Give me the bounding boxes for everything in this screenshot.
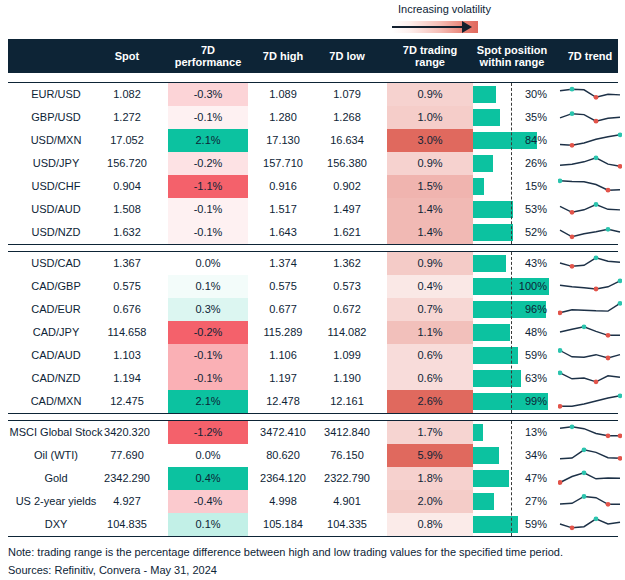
instrument-label: EUR/USD — [8, 83, 104, 106]
table-row: CAD/EUR 0.676 0.3% 0.677 0.672 0.7% 96% — [8, 298, 618, 321]
performance-cell: 0.1% — [168, 513, 248, 536]
table-row: MSCI Global Stock 3420.320 -1.2% 3472.41… — [8, 421, 618, 444]
spot-value: 1.194 — [96, 367, 158, 390]
position-percentage-label: 34% — [473, 444, 547, 467]
high-value: 1.197 — [250, 367, 316, 390]
low-value: 0.672 — [316, 298, 378, 321]
position-percentage-label: 48% — [473, 321, 547, 344]
position-percentage-label: 13% — [473, 421, 547, 444]
low-value: 76.150 — [316, 444, 378, 467]
low-value: 114.082 — [316, 321, 378, 344]
high-value: 1.089 — [250, 83, 316, 106]
spot-value: 114.658 — [96, 321, 158, 344]
trend-sparkline — [558, 467, 622, 490]
spot-value: 3420.320 — [96, 421, 158, 444]
instrument-label: CAD/GBP — [8, 275, 104, 298]
trend-sparkline — [558, 275, 622, 298]
trend-sparkline — [558, 321, 622, 344]
high-value: 2364.120 — [250, 467, 316, 490]
col-header-spot: Spot — [96, 39, 158, 73]
instrument-label: US 2-year yields — [8, 490, 104, 513]
arrow-head-icon — [462, 21, 472, 33]
low-value: 1.497 — [316, 198, 378, 221]
trend-sparkline — [558, 198, 622, 221]
performance-cell: 2.1% — [168, 390, 248, 413]
increasing-volatility-arrow — [392, 21, 478, 33]
sources-line: Sources: Refinitiv, Convera - May 31, 20… — [8, 562, 625, 578]
spot-value: 104.835 — [96, 513, 158, 536]
instrument-label: USD/AUD — [8, 198, 104, 221]
high-value: 3472.410 — [250, 421, 316, 444]
spot-value: 12.475 — [96, 390, 158, 413]
instrument-label: GBP/USD — [8, 106, 104, 129]
low-value: 1.190 — [316, 367, 378, 390]
trend-sparkline — [558, 221, 622, 244]
instrument-label: DXY — [8, 513, 104, 536]
table-row: US 2-year yields 4.927 -0.4% 4.998 4.901… — [8, 490, 618, 513]
spot-value: 4.927 — [96, 490, 158, 513]
table-row: CAD/MXN 12.475 2.1% 12.478 12.161 2.6% 9… — [8, 390, 618, 413]
table-row: USD/CHF 0.904 -1.1% 0.916 0.902 1.5% 15% — [8, 175, 618, 198]
position-percentage-label: 27% — [473, 490, 547, 513]
spot-value: 1.082 — [96, 83, 158, 106]
arrow-shaft — [392, 26, 464, 28]
col-header-trend: 7D trend — [558, 39, 622, 73]
position-percentage-label: 43% — [473, 252, 547, 275]
market-summary-table: Spot 7D performance 7D high 7D low 7D tr… — [8, 39, 618, 537]
position-percentage-label: 35% — [473, 106, 547, 129]
instrument-label: USD/JPY — [8, 152, 104, 175]
spot-value: 0.676 — [96, 298, 158, 321]
instrument-label: USD/NZD — [8, 221, 104, 244]
trading-range-cell: 1.4% — [387, 221, 473, 244]
performance-cell: 0.4% — [168, 467, 248, 490]
trend-sparkline — [558, 421, 622, 444]
trading-range-cell: 0.9% — [387, 252, 473, 275]
table-row: USD/CAD 1.367 0.0% 1.374 1.362 0.9% 43% — [8, 252, 618, 275]
low-value: 4.901 — [316, 490, 378, 513]
spot-value: 1.272 — [96, 106, 158, 129]
table-group: MSCI Global Stock 3420.320 -1.2% 3472.41… — [8, 420, 618, 537]
trend-sparkline — [558, 444, 622, 467]
spot-value: 17.052 — [96, 129, 158, 152]
table-row: USD/NZD 1.632 -0.1% 1.643 1.621 1.4% 52% — [8, 221, 618, 244]
spot-value: 1.508 — [96, 198, 158, 221]
instrument-label: MSCI Global Stock — [8, 421, 104, 444]
trend-sparkline — [558, 490, 622, 513]
high-value: 12.478 — [250, 390, 316, 413]
low-value: 1.099 — [316, 344, 378, 367]
performance-cell: -1.2% — [168, 421, 248, 444]
trend-sparkline — [558, 344, 622, 367]
table-row: DXY 104.835 0.1% 105.184 104.335 0.8% 59… — [8, 513, 618, 536]
low-value: 1.621 — [316, 221, 378, 244]
trend-sparkline — [558, 252, 622, 275]
trading-range-cell: 0.7% — [387, 298, 473, 321]
high-value: 1.280 — [250, 106, 316, 129]
performance-cell: -0.1% — [168, 198, 248, 221]
trend-sparkline — [558, 175, 622, 198]
performance-cell: -0.2% — [168, 152, 248, 175]
trading-range-cell: 2.0% — [387, 490, 473, 513]
low-value: 156.380 — [316, 152, 378, 175]
low-value: 3412.840 — [316, 421, 378, 444]
trend-sparkline — [558, 152, 622, 175]
performance-cell: -0.1% — [168, 221, 248, 244]
volatility-annotation: Increasing volatility — [0, 0, 625, 39]
spot-value: 0.575 — [96, 275, 158, 298]
instrument-label: USD/MXN — [8, 129, 104, 152]
low-value: 1.268 — [316, 106, 378, 129]
col-header-position: Spot position within range — [466, 39, 558, 73]
position-percentage-label: 47% — [473, 467, 547, 490]
performance-cell: 0.1% — [168, 275, 248, 298]
high-value: 0.916 — [250, 175, 316, 198]
position-percentage-label: 63% — [473, 367, 547, 390]
table-row: CAD/JPY 114.658 -0.2% 115.289 114.082 1.… — [8, 321, 618, 344]
position-percentage-label: 59% — [473, 344, 547, 367]
table-row: Oil (WTI) 77.690 0.0% 80.620 76.150 5.9%… — [8, 444, 618, 467]
position-percentage-label: 26% — [473, 152, 547, 175]
col-header-range: 7D trading range — [387, 39, 473, 73]
high-value: 157.710 — [250, 152, 316, 175]
increasing-volatility-label: Increasing volatility — [398, 3, 491, 15]
position-percentage-label: 53% — [473, 198, 547, 221]
high-value: 0.677 — [250, 298, 316, 321]
trading-range-cell: 0.8% — [387, 513, 473, 536]
